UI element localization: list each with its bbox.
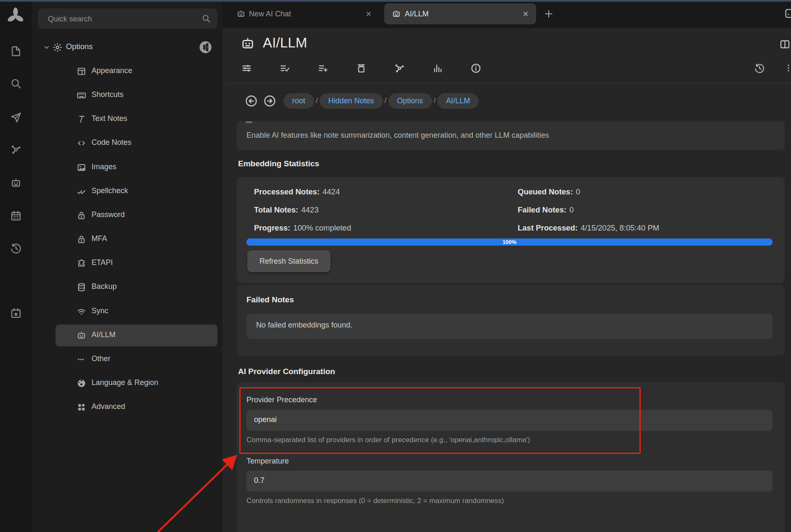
failed-notes-heading: Failed Notes <box>246 295 294 304</box>
sidebar-item-sync[interactable]: Sync <box>31 303 223 320</box>
stat-row: Queued Notes:0 <box>518 183 659 201</box>
note-revisions-icon[interactable] <box>754 63 765 74</box>
share-graph-icon[interactable] <box>10 144 22 155</box>
sidebar-item-images[interactable]: Images <box>31 159 223 176</box>
tree-root-label[interactable]: Options <box>66 42 93 51</box>
note-title[interactable]: AI/LLM <box>263 35 307 51</box>
launcher-rail <box>0 0 31 532</box>
close-icon[interactable] <box>522 10 529 18</box>
sidebar-item-label[interactable]: AI/LLM <box>92 330 115 339</box>
sidebar-item-label[interactable]: Advanced <box>92 402 125 411</box>
sidebar-item-label[interactable]: MFA <box>92 234 107 243</box>
sidebar: Options AppearanceShortcutsText NotesCod… <box>31 0 223 532</box>
sidebar-item-label[interactable]: Shortcuts <box>92 90 123 99</box>
split-view-icon[interactable] <box>779 39 791 50</box>
progress-label: 100% <box>246 238 773 246</box>
chevron-down-icon[interactable] <box>42 43 51 52</box>
lock-icon <box>76 210 86 220</box>
sidebar-item-label[interactable]: Backup <box>92 282 117 291</box>
stat-row: Progress:100% completed <box>254 219 351 237</box>
chart-icon[interactable] <box>432 63 443 74</box>
sidebar-item-label[interactable]: Other <box>92 354 110 363</box>
sidebar-item-appearance[interactable]: Appearance <box>31 63 223 80</box>
sidebar-item-spellcheck[interactable]: Spellcheck <box>31 183 223 200</box>
list-check-icon[interactable] <box>279 63 291 74</box>
send-icon[interactable] <box>10 112 22 123</box>
robot-icon <box>240 36 255 51</box>
stats-column-left: Processed Notes:4424Total Notes:4423Prog… <box>254 183 351 237</box>
robot-icon[interactable] <box>10 177 22 189</box>
calendar-icon[interactable] <box>10 210 22 222</box>
back-icon[interactable] <box>245 94 258 107</box>
sidebar-item-text-notes[interactable]: Text Notes <box>31 111 223 128</box>
tab-label[interactable]: AI/LLM <box>405 10 522 18</box>
sidebar-item-label[interactable]: Language & Region <box>92 378 158 387</box>
sidebar-item-etapi[interactable]: ETAPI <box>31 255 223 272</box>
note-icon[interactable] <box>10 45 22 57</box>
unhoist-button[interactable] <box>199 41 212 54</box>
sidebar-item-advanced[interactable]: Advanced <box>31 399 223 416</box>
breadcrumb-options[interactable]: Options <box>388 93 432 109</box>
keyboard-icon <box>76 90 86 100</box>
dots-icon <box>76 354 86 364</box>
sidebar-item-language-region[interactable]: Language & Region <box>31 375 223 392</box>
new-tab-button[interactable] <box>543 8 554 19</box>
sidebar-item-label[interactable]: Sync <box>92 307 108 315</box>
search-icon[interactable] <box>10 78 22 89</box>
sidebar-item-ai-llm[interactable]: AI/LLM <box>31 327 223 344</box>
tab-label[interactable]: New AI Chat <box>249 10 365 18</box>
forward-icon[interactable] <box>263 94 276 107</box>
sidebar-item-label[interactable]: Images <box>92 162 116 171</box>
sidebar-item-code-notes[interactable]: Code Notes <box>31 135 223 152</box>
search-input[interactable] <box>47 8 200 29</box>
failed-notes-message: No failed embeddings found. <box>256 321 352 330</box>
tree-root-options[interactable]: Options <box>31 39 223 56</box>
breadcrumb-ai-llm[interactable]: AI/LLM <box>437 93 479 109</box>
sidebar-item-label[interactable]: Appearance <box>92 66 132 75</box>
embedding-statistics-heading: Embedding Statistics <box>238 159 319 168</box>
embedding-progress-bar: 100% <box>246 238 773 246</box>
breadcrumb-hidden-notes[interactable]: Hidden Notes <box>320 93 383 109</box>
sidebar-item-mfa[interactable]: MFA <box>31 231 223 248</box>
sidebar-item-label[interactable]: Text Notes <box>92 114 127 123</box>
new-window-icon[interactable] <box>784 8 791 19</box>
temperature-help: Controls randomness in responses (0 = de… <box>246 497 504 505</box>
failed-notes-box: No failed embeddings found. <box>246 314 773 339</box>
text-icon <box>76 114 86 124</box>
breadcrumb-separator: / <box>385 97 387 105</box>
tab-ai-llm[interactable]: AI/LLM <box>384 3 536 24</box>
stat-row: Last Processed:4/15/2025, 8:05:40 PM <box>518 219 659 237</box>
tab-new-ai-chat[interactable]: New AI Chat <box>234 3 378 25</box>
sidebar-item-other[interactable]: Other <box>31 351 223 368</box>
sidebar-item-label[interactable]: Spellcheck <box>92 186 128 195</box>
more-options-icon[interactable] <box>783 63 791 73</box>
provider-precedence-input[interactable]: openai <box>246 410 773 431</box>
list-plus-icon[interactable] <box>317 63 329 74</box>
sidebar-item-label[interactable]: ETAPI <box>92 258 113 267</box>
breadcrumb-root[interactable]: root <box>283 93 314 109</box>
sidebar-item-backup[interactable]: Backup <box>31 279 223 296</box>
sidebar-item-label[interactable]: Code Notes <box>92 138 131 147</box>
info-icon[interactable] <box>470 63 482 74</box>
temperature-label: Temperature <box>246 457 289 466</box>
refresh-statistics-button[interactable]: Refresh Statistics <box>247 250 330 272</box>
quick-search[interactable] <box>38 8 217 29</box>
sidebar-item-label[interactable]: Password <box>92 210 125 219</box>
puzzle-icon <box>76 258 86 268</box>
ai-provider-configuration-heading: AI Provider Configuration <box>238 367 335 376</box>
calendar-star-icon[interactable] <box>10 307 22 319</box>
sidebar-item-password[interactable]: Password <box>31 207 223 224</box>
share-graph-icon[interactable] <box>394 63 405 74</box>
image-icon <box>76 162 86 173</box>
provider-precedence-value: openai <box>254 415 277 424</box>
wifi-icon <box>76 307 86 317</box>
embedding-statistics-box: Processed Notes:4424Total Notes:4423Prog… <box>237 177 785 283</box>
sliders-icon[interactable] <box>241 63 252 74</box>
history-icon[interactable] <box>10 243 22 254</box>
temperature-input[interactable]: 0.7 <box>246 471 773 492</box>
jar-icon[interactable] <box>356 63 367 74</box>
globe-icon <box>76 378 86 388</box>
sidebar-item-shortcuts[interactable]: Shortcuts <box>31 87 223 104</box>
robot-icon <box>392 9 401 18</box>
close-icon[interactable] <box>365 10 372 18</box>
